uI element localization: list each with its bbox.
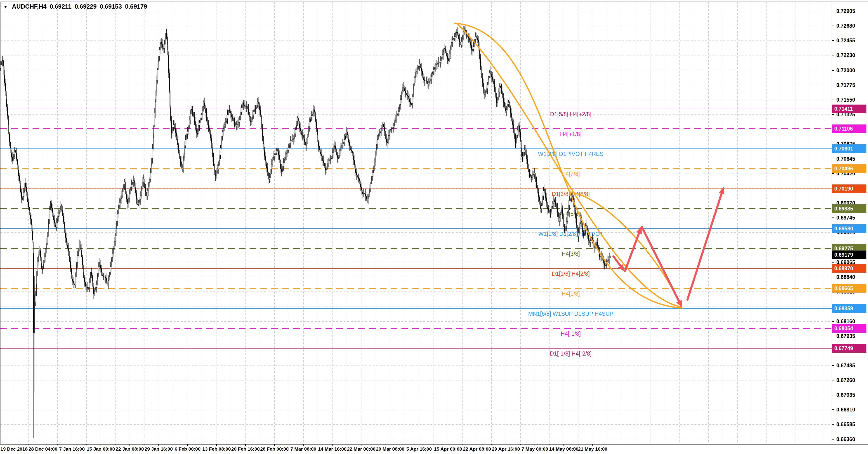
level-label[interactable]: H4[-1/8] [561, 331, 581, 337]
level-price-tag: 0.69580 [832, 224, 866, 233]
time-tick-label: 29 Mar 08:00 [376, 446, 404, 452]
price-tick-label: 0.72905 [836, 8, 867, 14]
price-tick-label: 0.68840 [836, 274, 867, 280]
candlesticks [0, 24, 611, 438]
time-tick-label: 6 Feb 00:00 [175, 446, 200, 452]
level-label[interactable]: H4[5/8] [562, 211, 580, 217]
price-tick-label: 0.67035 [836, 392, 867, 398]
time-tick-label: 14 Mar 16:00 [318, 446, 346, 452]
level-label[interactable]: D1[-1/8] H4[-2/8] [550, 350, 592, 357]
ohlc-close: 0.69179 [125, 3, 147, 10]
ohlc-high: 0.69229 [74, 3, 97, 10]
time-tick-label: 22 Jan 08:00 [116, 446, 144, 452]
ellipse-curve [570, 192, 681, 306]
price-tick-label: 0.71775 [836, 82, 867, 88]
time-tick-label: 19 Dec 2018 [0, 446, 28, 452]
time-tick-label: 20 Feb 16:00 [231, 446, 260, 452]
symbol-timeframe-label: AUDCHF,H4 [12, 3, 46, 10]
level-price-tag: 0.71411 [832, 105, 866, 113]
price-tick-label: 0.72230 [836, 52, 867, 58]
level-price-tag: 0.68665 [832, 284, 866, 293]
time-tick-label: 13 Feb 08:00 [202, 446, 231, 452]
level-price-tag: 0.70801 [832, 144, 866, 153]
time-tick-label: 21 May 16:00 [578, 446, 608, 452]
ohlc-low: 0.69153 [100, 3, 122, 10]
symbol-collapse-arrow-icon[interactable]: ▼ [3, 4, 8, 9]
price-tick-label: 0.68160 [836, 318, 867, 324]
level-price-tag: 0.68359 [832, 304, 866, 313]
level-label[interactable]: H4[+1/8] [560, 131, 581, 137]
price-tick-label: 0.67935 [836, 333, 867, 339]
time-tick-label: 28 Feb 00:00 [260, 446, 289, 452]
time-tick-label: 5 Apr 16:00 [406, 446, 432, 452]
level-label[interactable]: W1[1/8] D1[2/8] H4PIVOT [538, 231, 603, 237]
time-tick-label: 14 May 08:00 [549, 446, 579, 452]
time-tick-label: 29 Jan 16:00 [145, 446, 173, 452]
level-label[interactable]: D1[5/8] H4[+2/8] [550, 111, 592, 117]
ohlc-open: 0.69211 [50, 3, 71, 10]
level-price-tag: 0.70190 [832, 185, 866, 193]
price-tick-label: 0.66810 [836, 407, 867, 413]
price-tick-label: 0.67485 [836, 363, 867, 369]
price-tick-label: 0.69745 [836, 215, 867, 221]
time-tick-label: 7 May 00:00 [522, 446, 548, 452]
time-tick-label: 22 Apr 08:00 [463, 446, 491, 452]
price-tick-label: 0.72680 [836, 23, 867, 29]
time-tick-label: 7 Jan 16:00 [59, 446, 85, 452]
price-tick-label: 0.72455 [836, 37, 867, 44]
price-tick-label: 0.66360 [836, 436, 867, 442]
level-price-tag: 0.71106 [832, 124, 866, 133]
level-price-tag: 0.68970 [832, 264, 866, 273]
level-label[interactable]: H4[3/8] [562, 251, 580, 257]
level-label[interactable]: H4[7/8] [562, 171, 580, 177]
level-label[interactable]: H4[1/8] [562, 290, 580, 297]
level-price-tag: 0.68054 [832, 324, 866, 333]
ellipse-curve [455, 23, 682, 308]
mt4-chart-window: D1[5/8] H4[+2/8]H4[+1/8]W1[2/8] D1PIVOT … [0, 0, 868, 454]
chart-canvas[interactable]: D1[5/8] H4[+2/8]H4[+1/8]W1[2/8] D1PIVOT … [0, 0, 868, 454]
level-price-tag: 0.70496 [832, 164, 866, 173]
price-tick-label: 0.72000 [836, 67, 867, 73]
time-tick-label: 7 Mar 08:00 [290, 446, 316, 452]
murrey-level-lines[interactable] [0, 109, 832, 348]
time-tick-label: 15 Apr 00:00 [434, 446, 462, 452]
level-label[interactable]: MN1[6/8] W1SUP D1SUP H4SUP [528, 311, 614, 317]
current-price-tag: 0.69179 [832, 251, 866, 259]
level-label[interactable]: D1[1/8] H4[2/8] [552, 271, 590, 277]
chart-header: ▼ AUDCHF,H4 0.69211 0.69229 0.69153 0.69… [3, 3, 147, 10]
price-tick-label: 0.67260 [836, 377, 867, 384]
time-tick-label: 15 Jan 00:00 [87, 446, 115, 452]
time-tick-label: 29 Apr 16:00 [492, 446, 520, 452]
time-tick-label: 28 Dec 04:00 [29, 446, 57, 452]
price-tick-label: 0.70645 [836, 156, 867, 162]
price-tick-label: 0.66585 [836, 421, 867, 427]
time-tick-label: 22 Mar 00:00 [347, 446, 375, 452]
level-price-tag: 0.67749 [832, 344, 866, 352]
price-tick-label: 0.71550 [836, 97, 867, 103]
level-price-tag: 0.69885 [832, 204, 866, 213]
projection-curves[interactable] [455, 23, 682, 308]
